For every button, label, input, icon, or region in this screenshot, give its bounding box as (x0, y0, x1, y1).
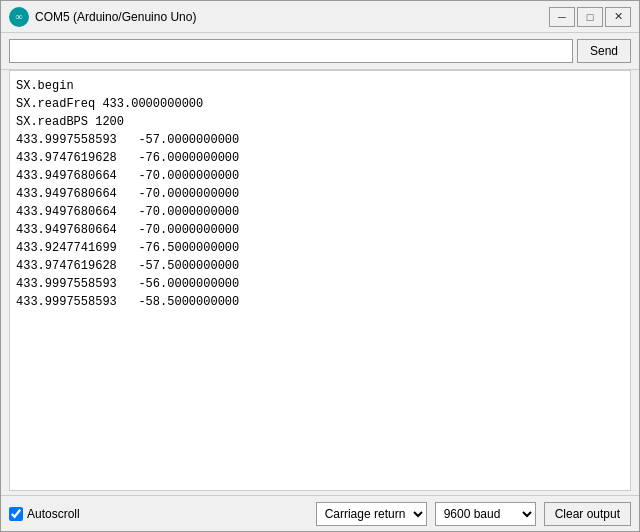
clear-output-button[interactable]: Clear output (544, 502, 631, 526)
message-input[interactable] (9, 39, 573, 63)
close-button[interactable]: ✕ (605, 7, 631, 27)
title-bar: ∞ COM5 (Arduino/Genuino Uno) ─ □ ✕ (1, 1, 639, 33)
input-bar: Send (1, 33, 639, 70)
autoscroll-area: Autoscroll (9, 507, 80, 521)
autoscroll-label[interactable]: Autoscroll (27, 507, 80, 521)
app-icon: ∞ (9, 7, 29, 27)
autoscroll-checkbox[interactable] (9, 507, 23, 521)
main-window: ∞ COM5 (Arduino/Genuino Uno) ─ □ ✕ Send … (0, 0, 640, 532)
window-title: COM5 (Arduino/Genuino Uno) (35, 10, 549, 24)
maximize-button[interactable]: □ (577, 7, 603, 27)
send-button[interactable]: Send (577, 39, 631, 63)
baud-rate-select[interactable]: 300 baud1200 baud2400 baud4800 baud9600 … (435, 502, 536, 526)
status-bar: Autoscroll No line endingNewlineCarriage… (1, 495, 639, 531)
minimize-button[interactable]: ─ (549, 7, 575, 27)
window-controls: ─ □ ✕ (549, 7, 631, 27)
output-area: SX.begin SX.readFreq 433.0000000000 SX.r… (9, 70, 631, 491)
line-ending-select[interactable]: No line endingNewlineCarriage returnBoth… (316, 502, 427, 526)
